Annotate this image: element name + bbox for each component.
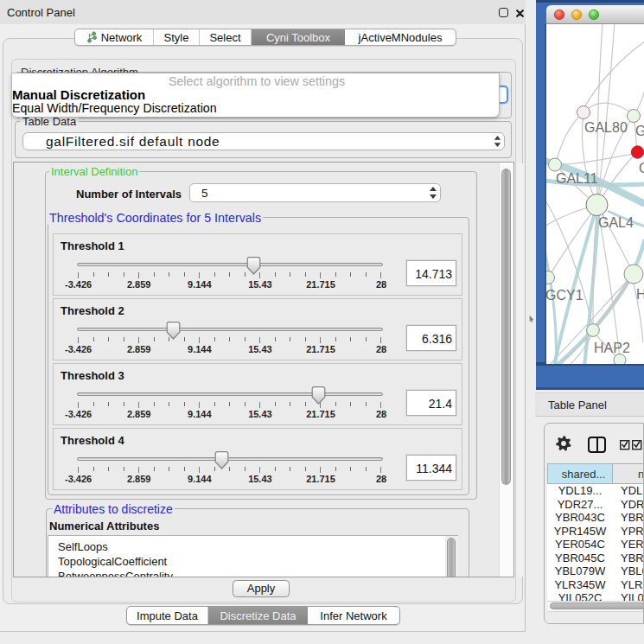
svg-text:GA: GA	[635, 124, 644, 138]
svg-text:GCY1: GCY1	[545, 288, 583, 303]
svg-text:HAP2: HAP2	[594, 341, 630, 355]
svg-text:C: C	[639, 161, 644, 175]
svg-text:GAL80: GAL80	[584, 120, 628, 135]
svg-text:HI: HI	[636, 287, 644, 302]
svg-text:GAL11: GAL11	[556, 171, 598, 186]
svg-text:GAL4: GAL4	[598, 215, 634, 230]
